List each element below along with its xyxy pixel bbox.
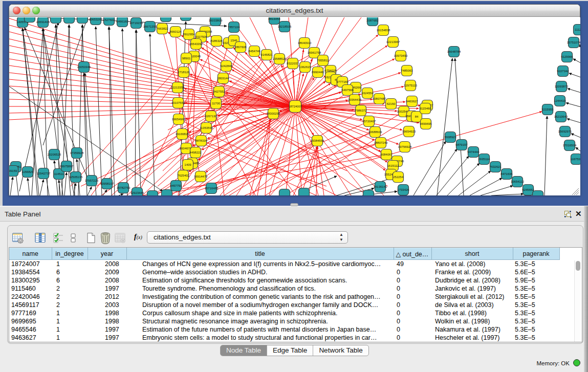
svg-text:8427552: 8427552 (213, 90, 225, 93)
svg-text:7485063: 7485063 (401, 69, 413, 72)
svg-text:14136141: 14136141 (374, 185, 387, 188)
svg-text:10107554: 10107554 (171, 101, 185, 104)
svg-text:19218506: 19218506 (278, 25, 292, 28)
svg-text:62160: 62160 (387, 102, 396, 105)
svg-text:19975867: 19975867 (60, 165, 74, 168)
svg-text:8912954: 8912954 (183, 33, 195, 36)
svg-text:1527602: 1527602 (103, 18, 115, 21)
svg-text:12213967: 12213967 (386, 40, 400, 43)
svg-text:84: 84 (415, 115, 419, 118)
svg-text:23588520: 23588520 (273, 57, 287, 60)
svg-text:1624554: 1624554 (361, 92, 374, 95)
svg-text:1167533: 1167533 (571, 158, 580, 161)
svg-text:12942737: 12942737 (37, 172, 51, 175)
svg-text:17016504: 17016504 (563, 144, 577, 147)
svg-text:2803144: 2803144 (217, 77, 229, 80)
svg-text:7955812: 7955812 (317, 59, 329, 62)
svg-text:20364436: 20364436 (348, 98, 362, 101)
svg-text:7632621: 7632621 (489, 165, 502, 168)
svg-text:4498222: 4498222 (189, 151, 202, 154)
svg-text:19654923: 19654923 (402, 130, 416, 133)
svg-text:2087682: 2087682 (366, 19, 379, 22)
svg-text:19166825: 19166825 (176, 133, 189, 136)
svg-text:39159: 39159 (9, 169, 17, 172)
svg-text:10958107: 10958107 (100, 182, 114, 185)
svg-text:8186328: 8186328 (210, 39, 223, 42)
svg-text:11126: 11126 (575, 28, 580, 31)
svg-text:12505135: 12505135 (69, 176, 83, 179)
svg-text:18640910: 18640910 (298, 41, 312, 45)
svg-text:20206526: 20206526 (48, 153, 61, 156)
svg-text:7986372: 7986372 (355, 109, 367, 112)
svg-text:2718126: 2718126 (178, 71, 190, 74)
svg-text:3215955: 3215955 (541, 108, 554, 111)
svg-text:16671355: 16671355 (143, 25, 157, 28)
svg-text:9129966: 9129966 (561, 55, 573, 58)
svg-text:7663822: 7663822 (156, 27, 168, 30)
svg-text:16210643: 16210643 (554, 115, 568, 118)
svg-text:12213359: 12213359 (171, 86, 185, 89)
svg-text:12923446: 12923446 (130, 191, 144, 194)
svg-text:8938923: 8938923 (444, 136, 456, 139)
svg-text:6879197: 6879197 (455, 143, 468, 146)
svg-text:19756928: 19756928 (398, 145, 412, 148)
svg-text:8471636: 8471636 (500, 172, 513, 176)
svg-text:9227342: 9227342 (557, 70, 569, 73)
svg-text:10688609: 10688609 (368, 130, 382, 134)
svg-text:15751074: 15751074 (567, 41, 580, 44)
svg-text:2935114: 2935114 (478, 158, 491, 161)
svg-text:10654112: 10654112 (511, 180, 525, 183)
svg-text:9115460: 9115460 (420, 107, 432, 110)
svg-text:19654965: 19654965 (172, 118, 186, 121)
svg-text:16543392: 16543392 (189, 42, 203, 46)
svg-text:12093872: 12093872 (555, 85, 569, 88)
svg-text:18300295: 18300295 (267, 112, 280, 115)
svg-text:8660124: 8660124 (169, 30, 182, 33)
svg-text:9146821: 9146821 (260, 53, 273, 56)
svg-text:15692971: 15692971 (558, 130, 572, 133)
svg-text:3267130: 3267130 (205, 115, 217, 118)
svg-text:1409: 1409 (184, 163, 191, 166)
svg-text:9245652: 9245652 (522, 188, 534, 191)
svg-text:9474444: 9474444 (467, 150, 480, 154)
svg-text:9777169: 9777169 (336, 80, 349, 83)
svg-text:1615112: 1615112 (387, 164, 400, 167)
svg-text:19384554: 19384554 (311, 139, 324, 142)
svg-text:7857224: 7857224 (228, 26, 240, 29)
svg-text:8454749: 8454749 (248, 50, 260, 53)
svg-text:10973493: 10973493 (394, 54, 408, 57)
svg-text:1156829: 1156829 (22, 170, 34, 173)
svg-text:16782759: 16782759 (117, 186, 130, 189)
svg-text:17957225: 17957225 (85, 179, 99, 182)
svg-text:7625402: 7625402 (177, 174, 189, 177)
svg-text:1546: 1546 (230, 39, 237, 42)
svg-text:16154838: 16154838 (377, 29, 390, 32)
svg-text:16914479: 16914479 (194, 175, 208, 178)
svg-text:98901: 98901 (182, 57, 191, 60)
svg-text:18724007: 18724007 (289, 105, 302, 108)
svg-text:8878334: 8878334 (195, 139, 207, 142)
svg-text:114511: 114511 (54, 172, 64, 176)
svg-text:8813054: 8813054 (268, 17, 280, 20)
svg-text:16961758: 16961758 (308, 51, 321, 54)
svg-text:11353594: 11353594 (200, 126, 213, 129)
svg-text:8990448: 8990448 (312, 71, 324, 74)
svg-text:10653267: 10653267 (89, 18, 103, 21)
svg-text:16648784: 16648784 (447, 50, 461, 53)
svg-text:9084067: 9084067 (380, 153, 393, 156)
svg-text:1362615: 1362615 (299, 65, 311, 69)
svg-text:15720407: 15720407 (362, 120, 376, 123)
svg-text:9457791: 9457791 (170, 184, 182, 187)
svg-text:16033809: 16033809 (209, 19, 223, 22)
svg-text:1733426: 1733426 (397, 188, 409, 191)
svg-text:10807487: 10807487 (373, 97, 386, 100)
svg-text:9242848: 9242848 (220, 64, 232, 68)
svg-text:20691406: 20691406 (36, 20, 50, 24)
svg-text:10719155: 10719155 (129, 21, 143, 25)
svg-text:6466160: 6466160 (116, 20, 128, 23)
svg-text:6497568: 6497568 (341, 89, 354, 92)
svg-text:9699695: 9699695 (420, 122, 432, 125)
svg-text:1244419: 1244419 (554, 99, 566, 102)
svg-text:9463627: 9463627 (406, 100, 418, 103)
svg-text:9327506: 9327506 (195, 35, 207, 38)
